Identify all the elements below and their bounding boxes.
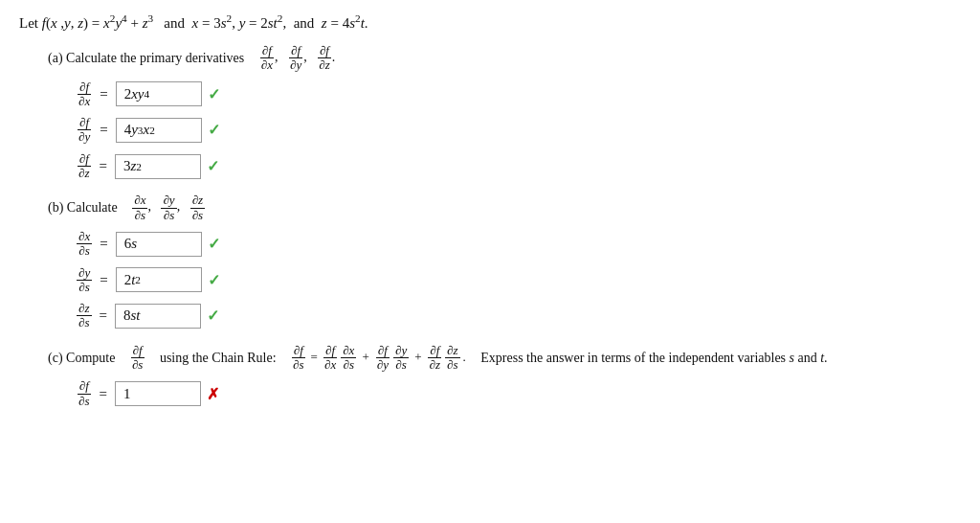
df-dx-check: ✓ [208, 85, 220, 103]
part-c: (c) Compute ∂f ∂s using the Chain Rule: … [48, 344, 961, 408]
dy-ds-input[interactable]: 2t2 [116, 267, 202, 292]
dy-ds-label: ∂y∂s [161, 193, 176, 222]
part-a-derivatives: ∂f∂x, ∂f∂y, ∂f∂z. [259, 44, 335, 73]
dy-ds-frac: ∂y ∂s [77, 266, 92, 295]
df-ds-cross: ✗ [207, 385, 219, 403]
part-c-label: (c) Compute ∂f ∂s using the Chain Rule: … [48, 344, 961, 373]
part-a-answer-1: ∂f ∂x = 2xy4 ✓ [77, 80, 961, 109]
part-a: (a) Calculate the primary derivatives ∂f… [48, 44, 961, 180]
df-dy-input[interactable]: 4y3x2 [116, 118, 202, 143]
df-dz-check: ✓ [207, 157, 219, 175]
dx-ds-input[interactable]: 6s [116, 232, 202, 257]
part-b-label: (b) Calculate ∂x∂s, ∂y∂s, ∂z∂s [48, 193, 961, 222]
part-b-derivatives: ∂x∂s, ∂y∂s, ∂z∂s [132, 193, 205, 222]
df-dx-input[interactable]: 2xy4 [116, 81, 202, 106]
df-dz-label: ∂f∂z [317, 44, 332, 73]
df-ds-label: ∂f ∂s [130, 344, 145, 373]
part-a-label: (a) Calculate the primary derivatives ∂f… [48, 44, 961, 73]
part-a-text: (a) Calculate the primary derivatives [48, 51, 244, 66]
part-b-answer-1: ∂x ∂s = 6s ✓ [77, 230, 961, 259]
part-b-answer-2: ∂y ∂s = 2t2 ✓ [77, 266, 961, 295]
chain-rule-formula: ∂f∂s = ∂f∂x ∂x∂s + ∂f∂y ∂y∂s + ∂f∂z ∂z∂s… [291, 344, 466, 373]
part-c-answer: ∂f ∂s = 1 ✗ [77, 379, 961, 408]
using-chain-rule-text: using the Chain Rule: [160, 351, 277, 366]
dx-ds-check: ✓ [208, 235, 220, 253]
dx-ds-label: ∂x∂s [132, 193, 147, 222]
df-ds-input[interactable]: 1 [115, 381, 201, 406]
df-dx-frac: ∂f ∂x [77, 80, 92, 109]
part-a-answer-3: ∂f ∂z = 3z2 ✓ [77, 152, 961, 181]
df-dy-label: ∂f∂y [288, 44, 303, 73]
dz-ds-frac: ∂z ∂s [77, 302, 92, 330]
express-text: Express the answer in terms of the indep… [480, 351, 827, 366]
dz-ds-check: ✓ [207, 307, 219, 325]
df-dz-frac: ∂f ∂z [77, 152, 92, 181]
df-dy-frac: ∂f ∂y [77, 116, 92, 145]
part-a-answer-2: ∂f ∂y = 4y3x2 ✓ [77, 116, 961, 145]
dz-ds-label: ∂z∂s [190, 193, 206, 222]
part-c-text: (c) Compute [48, 351, 115, 366]
df-dz-input[interactable]: 3z2 [115, 154, 201, 179]
df-dy-check: ✓ [208, 121, 220, 139]
part-b: (b) Calculate ∂x∂s, ∂y∂s, ∂z∂s ∂x ∂s = 6… [48, 193, 961, 330]
dx-ds-frac: ∂x ∂s [77, 230, 92, 259]
df-dx-label: ∂f∂x [259, 44, 275, 73]
part-b-answer-3: ∂z ∂s = 8st ✓ [77, 302, 961, 330]
df-ds-frac: ∂f ∂s [77, 379, 92, 408]
dy-ds-check: ✓ [208, 271, 220, 289]
problem-header: Let f(x ,y, z) = x2y4 + z3 Let f(x ,y, z… [19, 10, 961, 34]
part-b-text: (b) Calculate [48, 200, 118, 216]
dz-ds-input[interactable]: 8st [115, 304, 201, 329]
